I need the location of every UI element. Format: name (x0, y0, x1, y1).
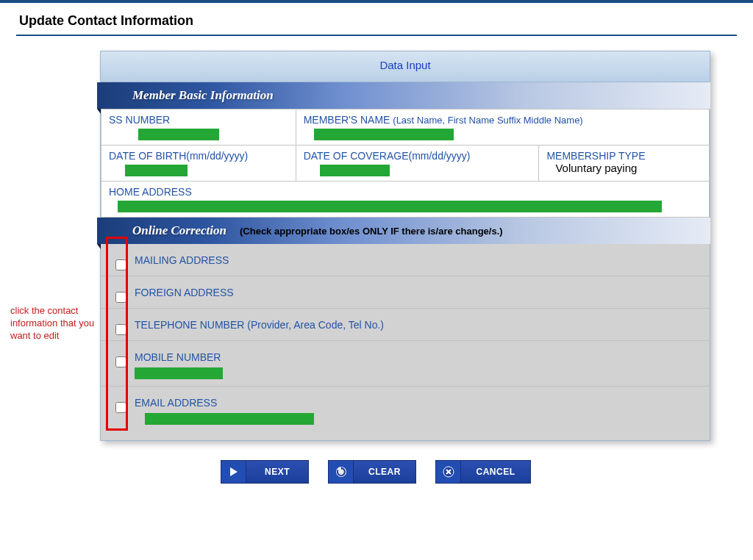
main-panel: Data Input Member Basic Information SS N… (100, 51, 710, 441)
data-input-header: Data Input (101, 51, 710, 82)
cancel-button-label: CANCEL (461, 461, 530, 483)
member-name-value (314, 129, 454, 140)
next-button-label: NEXT (246, 461, 308, 483)
correction-row-email: EMAIL ADDRESS (101, 387, 710, 431)
clear-button-label: CLEAR (354, 461, 415, 483)
doc-value (320, 165, 390, 176)
email-address-label: EMAIL ADDRESS (135, 397, 702, 409)
doc-label: DATE OF COVERAGE(mm/dd/yyyy) (304, 150, 471, 162)
dob-value (125, 165, 188, 176)
email-address-checkbox[interactable] (115, 402, 126, 413)
dob-label: DATE OF BIRTH(mm/dd/yyyy) (109, 150, 248, 162)
correction-section-subnote: (Check appropriate box/es ONLY IF there … (240, 226, 503, 237)
correction-section-title: Online Correction (132, 223, 226, 238)
home-address-label: HOME ADDRESS (109, 186, 192, 198)
ss-number-value (138, 129, 219, 140)
play-icon (221, 461, 246, 483)
email-address-value (145, 413, 314, 425)
telephone-number-label: TELEPHONE NUMBER (Provider, Area Code, T… (135, 319, 702, 331)
memtype-label: MEMBERSHIP TYPE (546, 150, 645, 162)
telephone-number-checkbox[interactable] (115, 324, 126, 335)
correction-section-banner: Online Correction (Check appropriate box… (97, 218, 710, 244)
mobile-number-value (135, 367, 223, 379)
mobile-number-label: MOBILE NUMBER (135, 351, 702, 363)
refresh-icon (329, 461, 354, 483)
mobile-number-checkbox[interactable] (115, 356, 126, 367)
foreign-address-checkbox[interactable] (115, 292, 126, 303)
correction-row-mobile: MOBILE NUMBER (101, 341, 710, 387)
help-annotation: click the contact information that you w… (10, 305, 97, 342)
mailing-address-label: MAILING ADDRESS (135, 254, 702, 266)
member-section-title: Member Basic Information (132, 88, 274, 103)
svg-marker-0 (230, 467, 238, 476)
home-address-value (118, 201, 662, 212)
memtype-value: Voluntary paying (546, 162, 702, 174)
member-name-label: MEMBER'S NAME (304, 114, 390, 126)
member-section-banner: Member Basic Information (97, 82, 710, 109)
member-info-table: SS NUMBER MEMBER'S NAME (Last Name, Firs… (101, 109, 710, 218)
title-underline (16, 35, 737, 36)
correction-area: MAILING ADDRESS FOREIGN ADDRESS TELEPHON… (101, 244, 710, 440)
foreign-address-label: FOREIGN ADDRESS (135, 287, 702, 298)
action-button-row: NEXT CLEAR CANCEL (221, 460, 750, 484)
mailing-address-checkbox[interactable] (115, 259, 126, 270)
clear-button[interactable]: CLEAR (328, 460, 416, 484)
cancel-button[interactable]: CANCEL (435, 460, 531, 484)
correction-row-mailing: MAILING ADDRESS (101, 244, 710, 276)
member-name-hint: (Last Name, First Name Suffix Middle Nam… (393, 115, 582, 126)
next-button[interactable]: NEXT (221, 460, 309, 484)
ss-number-label: SS NUMBER (109, 114, 170, 126)
correction-row-telephone: TELEPHONE NUMBER (Provider, Area Code, T… (101, 309, 710, 341)
page-title: Update Contact Information (0, 3, 753, 35)
close-icon (436, 461, 461, 483)
correction-row-foreign: FOREIGN ADDRESS (101, 276, 710, 309)
